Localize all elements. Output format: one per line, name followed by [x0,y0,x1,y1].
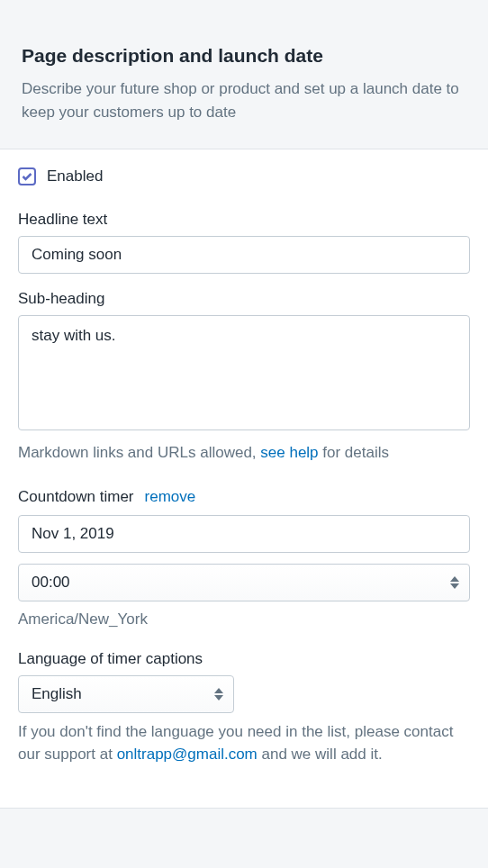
form-section: Enabled Headline text Sub-heading Markdo… [0,149,488,809]
headline-input[interactable] [18,236,470,274]
language-select[interactable]: English [18,675,234,713]
footer-area [0,809,488,863]
language-select-wrapper: English [18,675,234,713]
subheading-help: Markdown links and URLs allowed, see hel… [18,441,470,465]
headline-label: Headline text [18,211,470,229]
subheading-input[interactable] [18,315,470,430]
page-title: Page description and launch date [22,45,466,67]
page-subtitle: Describe your future shop or product and… [22,77,466,123]
checkmark-icon [22,172,32,181]
headline-field-group: Headline text [18,211,470,274]
enabled-checkbox-row: Enabled [18,167,470,185]
enabled-checkbox[interactable] [18,167,36,185]
help-prefix: Markdown links and URLs allowed, [18,444,260,461]
countdown-date-input[interactable] [18,515,470,553]
subheading-field-group: Sub-heading Markdown links and URLs allo… [18,290,470,465]
help-suffix: for details [319,444,389,461]
timezone-text: America/New_York [18,610,470,628]
language-help: If you don't find the language you need … [18,720,470,766]
subheading-label: Sub-heading [18,290,470,308]
countdown-time-select[interactable]: 00:00 [18,564,470,601]
support-email-link[interactable]: onltrapp@gmail.com [117,746,258,763]
countdown-field-group: Countdown timer remove 00:00 America/New… [18,488,470,628]
header-section: Page description and launch date Describ… [0,0,488,149]
countdown-label: Countdown timer [18,488,134,506]
language-label: Language of timer captions [18,650,470,668]
enabled-label: Enabled [47,167,103,185]
countdown-time-select-wrapper: 00:00 [18,564,470,601]
remove-countdown-link[interactable]: remove [145,488,196,506]
language-field-group: Language of timer captions English If yo… [18,650,470,766]
language-help-suffix: and we will add it. [258,746,383,763]
see-help-link[interactable]: see help [260,444,318,461]
